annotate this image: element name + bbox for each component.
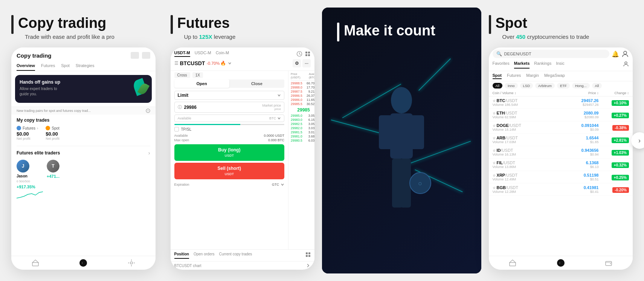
ct-icon-2[interactable] <box>142 52 150 59</box>
nav-chevron-right[interactable]: › <box>631 132 644 149</box>
nav-home[interactable] <box>32 259 39 267</box>
spot-subtab-futures[interactable]: Futures <box>507 73 521 79</box>
ob-avail-header: Avail.(BTC) <box>309 72 314 79</box>
ct-icon-1[interactable] <box>131 52 139 59</box>
spot-row-id[interactable]: ☆ ID/USDT Volume 16.13M 0.943656 $0.94 +… <box>489 146 633 159</box>
svg-text:⬡: ⬡ <box>418 182 422 186</box>
fut-pair: BTCUSDT <box>180 60 205 66</box>
star-icon-4: ☆ <box>493 149 496 153</box>
ct-tab-spot[interactable]: Spot <box>61 62 70 71</box>
panel-title-bar-3 <box>337 23 339 41</box>
spot-filter-arbitrum[interactable]: Arbitrum <box>535 83 555 89</box>
oc-close-btn[interactable]: Close <box>229 79 284 88</box>
svg-point-30 <box>625 62 627 64</box>
svg-rect-20 <box>308 255 310 257</box>
fbt-position[interactable]: Position <box>174 252 189 259</box>
fut-price-input[interactable]: ⓘ 29986 Market price price <box>174 102 285 113</box>
fut-avail-input[interactable]: Available BTC <box>174 115 285 122</box>
fut-chart-row: BTCUSDT chart <box>171 261 315 270</box>
spot-person-tab[interactable] <box>623 61 629 69</box>
fut-ctrl-1[interactable]: ⚙ <box>293 59 301 67</box>
fbt-copy-trades[interactable]: Current copy trades <box>219 252 252 259</box>
fbt-icon[interactable] <box>305 252 311 259</box>
spot-row-eth[interactable]: ☆ ETH/USDT Volume 62.59M 2080.09 $2080.0… <box>489 109 633 121</box>
ct-jason-avatar-inner: J <box>17 160 29 173</box>
spot-row-xrp[interactable]: ☆ XRP/USDT Volume 12.49M 0.51198 $0.51 +… <box>489 171 633 183</box>
spot-coin-info-0: ☆ BTC/USDT Volume 186.54M <box>493 98 553 107</box>
ct-futures-label: Futures <box>23 126 35 130</box>
spot-price-info-7: 0.41981 $0.41 <box>553 185 599 194</box>
fut-ctrl-2[interactable]: ··· <box>302 59 311 67</box>
ct-trader2-avatar-inner: T <box>47 160 60 173</box>
spot-tab-favorites[interactable]: Favorites <box>493 61 510 69</box>
spot-price-info-3: 1.6544 $1.65 <box>553 136 599 144</box>
fut-avail-unit: BTC <box>269 116 276 120</box>
spot-filter-inno[interactable]: Inno <box>505 83 518 89</box>
spot-bell-icon[interactable]: 🔔 <box>612 50 619 58</box>
ob-sell-6: 29985.530.528 <box>291 102 314 106</box>
tpsl-checkbox[interactable] <box>174 127 179 131</box>
spot-person-icon <box>621 50 629 58</box>
fut-sell-sub: USDT <box>225 172 234 176</box>
spot-filter-hong[interactable]: Hong... <box>572 83 590 89</box>
spot-search-box[interactable]: 🔍 DEGEN/USDT <box>493 50 610 58</box>
fut-tab-usdc-m[interactable]: USDC-M <box>195 50 211 57</box>
fut-leverage-btn[interactable]: 1X <box>192 72 203 78</box>
spot-price-1: 2080.09 <box>553 111 599 115</box>
ct-tab-futures[interactable]: Futures <box>41 62 55 71</box>
spot-filter-all2[interactable]: All <box>592 83 602 89</box>
fut-cross-btn[interactable]: Cross <box>174 72 190 78</box>
spot-subtab-margin[interactable]: Margin <box>526 73 539 79</box>
ct-elite-chevron[interactable]: › <box>148 150 150 156</box>
spot-volume-1: Volume 62.59M <box>493 115 553 119</box>
fut-bottom-tabs: Position Open orders Current copy trades <box>171 249 315 261</box>
spot-subtab-spot[interactable]: Spot <box>493 73 502 79</box>
panel-2-title: Futures <box>177 15 236 31</box>
fut-info-icon: ⓘ <box>178 104 182 110</box>
spot-nav-exchange[interactable]: ↕ <box>557 259 565 267</box>
spot-row-btc[interactable]: ☆ BTC/USDT Volume 186.54M 29457.26 $2945… <box>489 96 633 109</box>
spot-bottom-nav: ↕ <box>489 256 633 270</box>
spot-row-bgb[interactable]: ☆ BGB/USDT Volume 12.28M 0.41981 $0.41 -… <box>489 183 633 196</box>
ct-banner-title: Hands off gains up <box>20 79 60 85</box>
fut-tabs-top: USDT-M USDC-M Coin-M <box>174 50 311 57</box>
spot-filter-all[interactable]: All <box>493 83 503 89</box>
spot-volume-0: Volume 186.54M <box>493 103 553 107</box>
spot-row-doge[interactable]: ☆ DOGE/USDT Volume 18.14M 0.091044 $0.09… <box>489 121 633 134</box>
spot-row-fil[interactable]: ☆ FIL/USDT Volume 13.86M 6.1368 $6.13 +0… <box>489 159 633 171</box>
fut-maxopen-key: Max open <box>174 138 189 142</box>
star-icon-2: ☆ <box>493 124 496 128</box>
spot-nav-wallet[interactable] <box>605 259 612 267</box>
svg-rect-8 <box>128 263 129 263</box>
fut-sell-btn[interactable]: Sell (short) USDT <box>174 163 285 179</box>
spot-subtitle-prefix: Over <box>502 34 516 40</box>
spot-filter-etf[interactable]: ETF <box>557 83 570 89</box>
fut-slider[interactable] <box>174 124 285 125</box>
phone-mockup-2: USDT-M USDC-M Coin-M ☰ BTCUSDT -0.70% 🔥 <box>171 47 315 270</box>
spot-tab-rankings[interactable]: Rankings <box>534 61 551 69</box>
nav-settings[interactable] <box>128 259 135 267</box>
fbt-open-orders[interactable]: Open orders <box>194 252 215 259</box>
spot-search-val: DEGEN/USDT <box>504 52 531 56</box>
spot-coin-info-6: ☆ XRP/USDT Volume 12.49M <box>493 173 553 181</box>
ct-tab-strategies[interactable]: Strategies <box>76 62 95 71</box>
spot-nav-home[interactable] <box>509 259 516 267</box>
spot-change-2: -0.38% <box>598 124 629 131</box>
ct-notif-icon <box>146 108 150 113</box>
oc-open-btn[interactable]: Open <box>174 79 229 88</box>
fut-tab-coin-m[interactable]: Coin-M <box>216 50 229 57</box>
spot-tab-markets[interactable]: Markets <box>514 61 530 69</box>
subtitle-prefix: Up to <box>184 34 199 40</box>
nav-exchange[interactable]: ↕ <box>79 259 87 267</box>
fut-tab-usdt-m[interactable]: USDT-M <box>174 50 190 57</box>
ct-tab-overview[interactable]: Overview <box>17 62 35 71</box>
fut-buy-btn[interactable]: Buy (long) USDT <box>174 144 285 161</box>
star-icon-3: ☆ <box>493 136 496 140</box>
spot-filter-lsd[interactable]: LSD <box>520 83 533 89</box>
spot-subtab-megaswap[interactable]: MegaSwap <box>544 73 565 79</box>
fut-limit-input[interactable]: Limit <box>174 91 285 100</box>
spot-badge-inner-3: +2.81% <box>612 137 629 143</box>
spot-tab-inside[interactable]: Insic <box>556 61 565 69</box>
spot-subtabs: Spot Futures Margin MegaSwap <box>489 71 633 81</box>
spot-row-arb[interactable]: ☆ ARB/USDT Volume 17.03M 1.6544 $1.65 +2… <box>489 134 633 146</box>
